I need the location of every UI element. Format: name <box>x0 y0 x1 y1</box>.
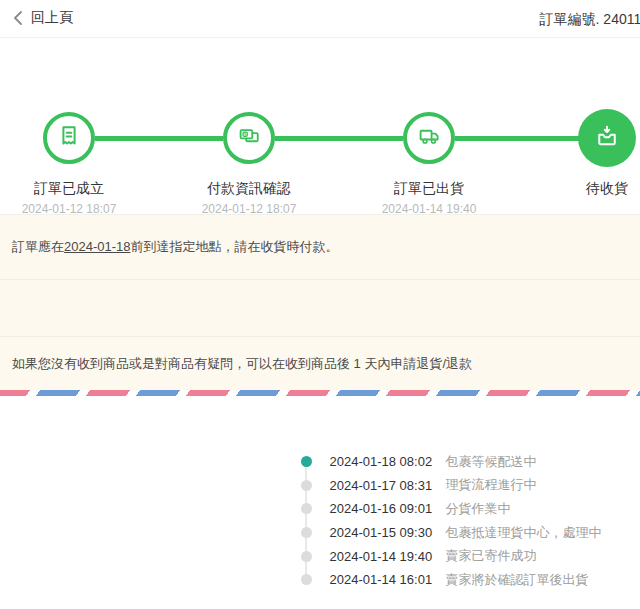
timeline-dot <box>301 574 312 585</box>
order-number: 訂單編號. 240111 <box>540 11 640 29</box>
timeline-time: 2024-01-14 16:01 <box>330 572 443 587</box>
timeline-time: 2024-01-15 09:30 <box>330 525 443 540</box>
timeline-time: 2024-01-18 08:02 <box>330 454 443 469</box>
step-order-shipped <box>403 112 455 164</box>
airmail-stripe-divider <box>0 390 640 396</box>
step-order-created <box>43 112 95 164</box>
step-label: 訂單已成立 <box>0 180 139 198</box>
chevron-left-icon <box>12 10 24 26</box>
delivery-deadline-notice: 訂單應在2024-01-18前到達指定地點，請在收貨時付款。 <box>0 215 640 279</box>
timeline-dot <box>301 503 312 514</box>
timeline-status: 包裹抵達理貨中心，處理中 <box>446 524 602 542</box>
return-policy-notice: 如果您沒有收到商品或是對商品有疑問，可以在收到商品後 1 天內申請退貨/退款 <box>0 337 640 391</box>
timeline-time: 2024-01-16 09:01 <box>330 501 443 516</box>
back-label: 回上頁 <box>31 9 73 27</box>
order-tracking-page: 回上頁 訂單編號. 240111 $ <box>0 0 640 609</box>
timeline-status: 理貨流程進行中 <box>446 476 537 494</box>
money-icon: $ <box>235 122 263 154</box>
notice-text-prefix: 訂單應在 <box>12 239 64 254</box>
truck-icon <box>415 122 443 154</box>
back-button[interactable]: 回上頁 <box>12 9 73 27</box>
stepper-connector <box>455 136 579 141</box>
notice-text-suffix: 前到達指定地點，請在收貨時付款。 <box>131 239 339 254</box>
receipt-icon <box>55 122 83 154</box>
step-label: 付款資訊確認 <box>179 180 319 198</box>
timeline-dot <box>301 527 312 538</box>
timeline-time: 2024-01-14 19:40 <box>330 549 443 564</box>
step-awaiting-receipt <box>578 109 636 167</box>
timeline-dot <box>301 551 312 562</box>
timeline-row: 2024-01-14 16:01 賣家將於確認訂單後出貨 <box>300 568 640 592</box>
timeline-row: 2024-01-18 08:02 包裹等候配送中 <box>300 450 640 474</box>
timeline-row: 2024-01-16 09:01 分貨作業中 <box>300 497 640 521</box>
header-bar: 回上頁 訂單編號. 240111 <box>0 0 640 38</box>
timeline-dot-active <box>301 456 312 467</box>
timeline-row: 2024-01-14 19:40 賣家已寄件成功 <box>300 544 640 568</box>
shipping-timeline: 2024-01-18 08:02 包裹等候配送中 2024-01-17 08:3… <box>300 450 640 592</box>
timeline-status: 賣家已寄件成功 <box>446 547 537 565</box>
timeline-time: 2024-01-17 08:31 <box>330 478 443 493</box>
delivery-deadline-date: 2024-01-18 <box>64 239 131 254</box>
divider <box>0 279 640 280</box>
timeline-status: 賣家將於確認訂單後出貨 <box>446 571 589 589</box>
timeline-status: 分貨作業中 <box>446 500 511 518</box>
timeline-status: 包裹等候配送中 <box>446 453 537 471</box>
step-label: 訂單已出貨 <box>359 180 499 198</box>
step-label: 待收貨 <box>537 180 640 198</box>
notice-section: 訂單應在2024-01-18前到達指定地點，請在收貨時付款。 如果您沒有收到商品… <box>0 214 640 390</box>
inbox-icon <box>592 121 622 155</box>
timeline-row: 2024-01-17 08:31 理貨流程進行中 <box>300 474 640 498</box>
stepper-connector <box>95 136 223 141</box>
timeline-dot <box>301 480 312 491</box>
timeline-row: 2024-01-15 09:30 包裹抵達理貨中心，處理中 <box>300 521 640 545</box>
step-payment-confirmed: $ <box>223 112 275 164</box>
stepper-connector <box>275 136 403 141</box>
order-progress-stepper: $ 訂單已成立 2024-01-12 1 <box>0 38 640 213</box>
